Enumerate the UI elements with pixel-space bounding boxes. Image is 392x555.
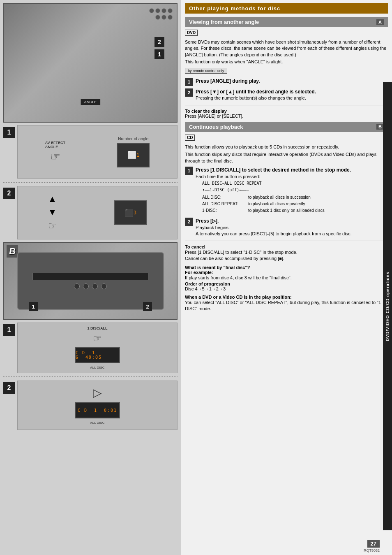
step-2-bottom-content: ▷ C D 1 0:01 ALL DISC	[17, 381, 178, 430]
when-dvd-section: When a DVD or a Video CD is in the play …	[185, 295, 388, 312]
cd-step-2-sub1: Playback begins.	[196, 225, 230, 230]
cd-step-2-sub2: Alternatively you can press [DISC1]–[5] …	[196, 231, 352, 236]
number-of-angle-label: Number of angle	[118, 137, 148, 141]
screen-1: ⬜1	[117, 143, 150, 167]
cd-desc-1: This function allows you to playback up …	[185, 144, 388, 150]
player-display-bar: — — —	[32, 273, 148, 280]
section-a-image: A ANGLE 2 1	[3, 3, 178, 123]
to-cancel-text: Press [1 DISC/ALL] to select "1-DISC" in…	[185, 249, 388, 262]
b-step-badge-2: 2	[143, 302, 152, 311]
remote-only-badge: by remote control only	[185, 68, 227, 74]
disc-options: ALL DISC: to playback all discs in succe…	[202, 195, 351, 214]
cd-step-1-sub: Each time the button is pressed:	[196, 174, 260, 179]
viewing-divider	[185, 105, 388, 105]
disc-all-label: 1 DISC/ALL	[87, 326, 107, 330]
step-2-content: ▲ ▼ ☞ ⬛3	[17, 186, 178, 239]
hand-press-icon: AV EFFECTANGLE ☞	[45, 141, 65, 163]
order-text: Disc 4→5→1→2→3	[185, 286, 388, 291]
viewing-step-1-num: 1	[185, 78, 193, 86]
divider-1	[3, 182, 178, 183]
cd-step-1-text: Press [1 DISC/ALL] to select the desired…	[196, 167, 351, 215]
right-panel: Other playing methods for disc Viewing f…	[181, 0, 392, 555]
viewing-title: Viewing from another angle	[189, 19, 259, 25]
screen-2: ⬛3	[114, 200, 147, 225]
viewing-bullet-2: This function only works when "ANGLE" is…	[185, 59, 388, 65]
cd-desc-2: This function skips any discs that requi…	[185, 151, 388, 164]
viewing-section-header: Viewing from another angle A	[185, 17, 388, 27]
to-clear-text: Press [ANGLE] or [SELECT].	[185, 114, 243, 118]
continuous-title: Continuous playback	[189, 124, 243, 130]
viewing-step-2-text: Press [▼] or [▲] until the desired angle…	[196, 88, 316, 102]
left-panel: A ANGLE 2 1	[0, 0, 181, 555]
top-header-bar: Other playing methods for disc	[185, 3, 388, 14]
cd-divider	[185, 241, 388, 241]
section-b-image: B — — — 1 2	[3, 242, 178, 320]
for-example-title: For example:	[185, 270, 213, 275]
step-2-bottom: 2 ▷ C D 1 0:01 ALL DISC	[3, 381, 178, 430]
section-b-label: B	[7, 245, 18, 258]
viewing-step-2-sub: Pressing the numeric button(s) also chan…	[196, 95, 306, 100]
side-tab: DVD/VIDEO CD/CD operations	[383, 82, 392, 530]
step-badge-2: 2	[154, 37, 164, 47]
for-example-text: If play starts from disc 4, disc 3 will …	[185, 275, 388, 281]
divider-2	[3, 376, 178, 377]
side-tab-text: DVD/VIDEO CD/CD operations	[385, 272, 390, 341]
what-is-title: What is meant by "final disc"?	[185, 265, 250, 270]
viewing-step-1: 1 Press [ANGLE] during play.	[185, 78, 388, 86]
all-disc-repeat-label: ALL DISC REPEAT:	[202, 201, 247, 207]
to-cancel-title: To cancel	[185, 244, 205, 249]
order-title: Order of progression	[185, 281, 230, 286]
page-footer: 27 RQT5052	[364, 540, 380, 553]
to-clear-section: To clear the display Press [ANGLE] or [S…	[185, 109, 388, 118]
angle-label: ANGLE	[81, 99, 101, 105]
when-dvd-text: You can select "ALL DISC" or "ALL DISC R…	[185, 300, 388, 312]
step-badge-1: 1	[154, 49, 164, 59]
all-disc-label: ALL DISC	[90, 366, 104, 369]
all-disc-desc: to playback all discs in succession	[248, 195, 351, 200]
disc-flow-2: ↑——1-DISC (off)←——↓	[202, 187, 351, 193]
step-2-row: 2 ▲ ▼ ☞ ⬛3	[3, 186, 178, 239]
cd-badge: CD	[185, 135, 195, 141]
page-number: 27	[367, 540, 380, 548]
one-disc-desc: to playback 1 disc only on all loaded di…	[248, 208, 351, 214]
step-2-num: 2	[3, 188, 15, 199]
step-2-bottom-num: 2	[3, 382, 15, 394]
cd-step-2: 2 Press [▷]. Playback begins. Alternativ…	[185, 218, 388, 237]
viewing-step-1-text: Press [ANGLE] during play.	[196, 78, 260, 85]
viewing-step-2-num: 2	[185, 88, 193, 97]
display-screen-2: C D 1 0:01	[75, 402, 120, 418]
one-disc-label: 1-DISC:	[202, 208, 247, 214]
all-disc-repeat-desc: to playback all discs repeatedly	[248, 201, 351, 207]
step-1-content: AV EFFECTANGLE ☞ Number of angle ⬜1	[17, 125, 178, 179]
viewing-bullet-1: Some DVDs may contain scenes which have …	[185, 39, 388, 58]
step-1-bottom-content: 1 DISC/ALL ☞ C D 1 6 49:05 ALL DISC	[17, 323, 178, 373]
to-cancel-section: To cancel Press [1 DISC/ALL] to select "…	[185, 244, 388, 262]
step-1-bottom: 1 1 DISC/ALL ☞ C D 1 6 49:05 ALL DISC	[3, 323, 178, 373]
viewing-step-2: 2 Press [▼] or [▲] until the desired ang…	[185, 88, 388, 102]
display-screen-1: C D 1 6 49:05	[75, 347, 120, 363]
step-1-num: 1	[3, 127, 15, 138]
all-disc-label-2: ALL DISC	[90, 421, 104, 425]
all-disc-label: ALL DISC:	[202, 195, 247, 200]
b-step-badge-1: 1	[29, 302, 38, 311]
continuous-section: Continuous playback B CD This function a…	[185, 122, 388, 312]
continuous-section-header: Continuous playback B	[185, 122, 388, 132]
viewing-section: Viewing from another angle A DVD Some DV…	[185, 17, 388, 118]
step-1-bottom-num: 1	[3, 324, 15, 336]
when-dvd-title: When a DVD or a Video CD is in the play …	[185, 295, 292, 300]
cd-step-1-num: 1	[185, 167, 193, 175]
cd-step-2-text: Press [▷]. Playback begins. Alternativel…	[196, 218, 352, 237]
cd-step-1: 1 Press [1 DISC/ALL] to select the desir…	[185, 167, 388, 215]
step-1-row: 1 AV EFFECTANGLE ☞ Number of angle ⬜1	[3, 125, 178, 179]
disc-flow: ALL DISC→ALL DISC REPEAT	[202, 181, 351, 186]
av-effect-label: AV EFFECTANGLE	[45, 141, 65, 149]
cd-step-2-num: 2	[185, 218, 193, 226]
to-clear-title: To clear the display	[185, 109, 227, 114]
what-is-section: What is meant by "final disc"? For examp…	[185, 265, 388, 291]
dvd-badge: DVD	[185, 30, 198, 36]
page-code: RQT5052	[364, 548, 380, 553]
viewing-badge: A	[376, 19, 384, 25]
